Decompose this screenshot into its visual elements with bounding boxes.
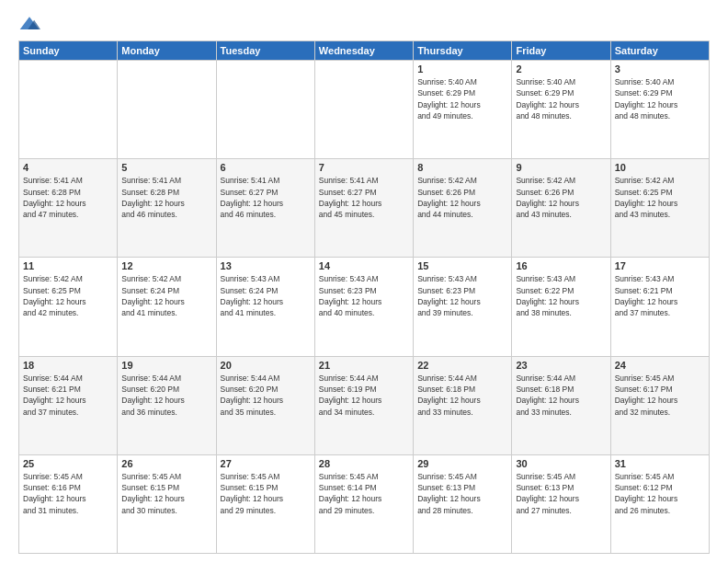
calendar-cell: 20Sunrise: 5:44 AM Sunset: 6:20 PM Dayli… (216, 356, 314, 454)
day-info: Sunrise: 5:45 AM Sunset: 6:12 PM Dayligh… (615, 471, 705, 516)
day-number: 9 (516, 162, 606, 173)
weekday-header-saturday: Saturday (610, 41, 709, 61)
calendar-cell (216, 61, 314, 159)
calendar-cell (118, 61, 216, 159)
day-info: Sunrise: 5:40 AM Sunset: 6:29 PM Dayligh… (516, 76, 606, 121)
day-number: 10 (615, 162, 705, 173)
day-info: Sunrise: 5:44 AM Sunset: 6:21 PM Dayligh… (23, 373, 113, 418)
calendar-cell: 9Sunrise: 5:42 AM Sunset: 6:26 PM Daylig… (512, 159, 610, 258)
calendar-cell: 25Sunrise: 5:45 AM Sunset: 6:16 PM Dayli… (19, 454, 118, 553)
day-info: Sunrise: 5:44 AM Sunset: 6:18 PM Dayligh… (516, 373, 606, 418)
day-number: 22 (417, 360, 507, 371)
day-number: 17 (615, 260, 705, 271)
day-info: Sunrise: 5:42 AM Sunset: 6:24 PM Dayligh… (121, 273, 211, 318)
logo-icon (18, 15, 40, 33)
calendar-cell: 8Sunrise: 5:42 AM Sunset: 6:26 PM Daylig… (414, 159, 512, 258)
calendar-cell: 17Sunrise: 5:43 AM Sunset: 6:21 PM Dayli… (610, 258, 709, 356)
day-info: Sunrise: 5:40 AM Sunset: 6:29 PM Dayligh… (417, 76, 507, 121)
day-info: Sunrise: 5:45 AM Sunset: 6:14 PM Dayligh… (319, 471, 409, 516)
day-info: Sunrise: 5:41 AM Sunset: 6:27 PM Dayligh… (319, 175, 409, 220)
day-number: 31 (615, 458, 705, 469)
day-number: 29 (417, 458, 507, 469)
day-info: Sunrise: 5:43 AM Sunset: 6:23 PM Dayligh… (319, 273, 409, 318)
page: SundayMondayTuesdayWednesdayThursdayFrid… (0, 0, 728, 563)
calendar-cell (314, 61, 413, 159)
calendar-cell: 6Sunrise: 5:41 AM Sunset: 6:27 PM Daylig… (216, 159, 314, 258)
weekday-header-friday: Friday (512, 41, 610, 61)
weekday-header-thursday: Thursday (414, 41, 512, 61)
calendar-cell: 16Sunrise: 5:43 AM Sunset: 6:22 PM Dayli… (512, 258, 610, 356)
calendar-cell: 13Sunrise: 5:43 AM Sunset: 6:24 PM Dayli… (216, 258, 314, 356)
calendar-cell: 12Sunrise: 5:42 AM Sunset: 6:24 PM Dayli… (118, 258, 216, 356)
day-number: 5 (121, 162, 211, 173)
calendar-cell: 18Sunrise: 5:44 AM Sunset: 6:21 PM Dayli… (19, 356, 118, 454)
week-row-1: 1Sunrise: 5:40 AM Sunset: 6:29 PM Daylig… (19, 61, 710, 159)
weekday-header-tuesday: Tuesday (216, 41, 314, 61)
day-number: 8 (417, 162, 507, 173)
calendar-cell: 3Sunrise: 5:40 AM Sunset: 6:29 PM Daylig… (610, 61, 709, 159)
weekday-header-wednesday: Wednesday (314, 41, 413, 61)
calendar-cell: 27Sunrise: 5:45 AM Sunset: 6:15 PM Dayli… (216, 454, 314, 553)
calendar-cell: 14Sunrise: 5:43 AM Sunset: 6:23 PM Dayli… (314, 258, 413, 356)
day-number: 19 (121, 360, 211, 371)
day-number: 13 (221, 260, 311, 271)
day-number: 26 (121, 458, 211, 469)
day-number: 20 (221, 360, 311, 371)
day-info: Sunrise: 5:45 AM Sunset: 6:13 PM Dayligh… (516, 471, 606, 516)
calendar-cell: 5Sunrise: 5:41 AM Sunset: 6:28 PM Daylig… (118, 159, 216, 258)
week-row-5: 25Sunrise: 5:45 AM Sunset: 6:16 PM Dayli… (19, 454, 710, 553)
day-number: 15 (417, 260, 507, 271)
calendar-cell: 30Sunrise: 5:45 AM Sunset: 6:13 PM Dayli… (512, 454, 610, 553)
calendar-cell: 4Sunrise: 5:41 AM Sunset: 6:28 PM Daylig… (19, 159, 118, 258)
day-number: 21 (319, 360, 409, 371)
day-info: Sunrise: 5:43 AM Sunset: 6:23 PM Dayligh… (417, 273, 507, 318)
day-number: 25 (23, 458, 113, 469)
day-info: Sunrise: 5:42 AM Sunset: 6:25 PM Dayligh… (23, 273, 113, 318)
day-info: Sunrise: 5:42 AM Sunset: 6:26 PM Dayligh… (417, 175, 507, 220)
day-info: Sunrise: 5:44 AM Sunset: 6:20 PM Dayligh… (121, 373, 211, 418)
calendar-cell: 22Sunrise: 5:44 AM Sunset: 6:18 PM Dayli… (414, 356, 512, 454)
weekday-header-sunday: Sunday (19, 41, 118, 61)
day-number: 24 (615, 360, 705, 371)
day-number: 1 (417, 63, 507, 75)
day-info: Sunrise: 5:44 AM Sunset: 6:18 PM Dayligh… (417, 373, 507, 418)
calendar-cell: 7Sunrise: 5:41 AM Sunset: 6:27 PM Daylig… (314, 159, 413, 258)
day-number: 12 (121, 260, 211, 271)
day-number: 16 (516, 260, 606, 271)
day-number: 3 (615, 63, 705, 75)
day-number: 23 (516, 360, 606, 371)
day-number: 18 (23, 360, 113, 371)
calendar-cell: 31Sunrise: 5:45 AM Sunset: 6:12 PM Dayli… (610, 454, 709, 553)
day-number: 28 (319, 458, 409, 469)
day-info: Sunrise: 5:43 AM Sunset: 6:22 PM Dayligh… (516, 273, 606, 318)
calendar-cell: 10Sunrise: 5:42 AM Sunset: 6:25 PM Dayli… (610, 159, 709, 258)
day-number: 30 (516, 458, 606, 469)
day-info: Sunrise: 5:42 AM Sunset: 6:25 PM Dayligh… (615, 175, 705, 220)
day-number: 11 (23, 260, 113, 271)
calendar-cell: 11Sunrise: 5:42 AM Sunset: 6:25 PM Dayli… (19, 258, 118, 356)
day-info: Sunrise: 5:41 AM Sunset: 6:28 PM Dayligh… (23, 175, 113, 220)
week-row-2: 4Sunrise: 5:41 AM Sunset: 6:28 PM Daylig… (19, 159, 710, 258)
calendar-cell: 23Sunrise: 5:44 AM Sunset: 6:18 PM Dayli… (512, 356, 610, 454)
calendar: SundayMondayTuesdayWednesdayThursdayFrid… (18, 40, 710, 554)
day-info: Sunrise: 5:44 AM Sunset: 6:20 PM Dayligh… (221, 373, 311, 418)
day-info: Sunrise: 5:42 AM Sunset: 6:26 PM Dayligh… (516, 175, 606, 220)
day-info: Sunrise: 5:45 AM Sunset: 6:15 PM Dayligh… (221, 471, 311, 516)
day-number: 6 (221, 162, 311, 173)
day-info: Sunrise: 5:45 AM Sunset: 6:13 PM Dayligh… (417, 471, 507, 516)
day-info: Sunrise: 5:45 AM Sunset: 6:17 PM Dayligh… (615, 373, 705, 418)
calendar-cell: 26Sunrise: 5:45 AM Sunset: 6:15 PM Dayli… (118, 454, 216, 553)
day-number: 2 (516, 63, 606, 75)
calendar-cell: 19Sunrise: 5:44 AM Sunset: 6:20 PM Dayli… (118, 356, 216, 454)
day-info: Sunrise: 5:41 AM Sunset: 6:27 PM Dayligh… (221, 175, 311, 220)
day-info: Sunrise: 5:45 AM Sunset: 6:15 PM Dayligh… (121, 471, 211, 516)
day-number: 14 (319, 260, 409, 271)
header (18, 15, 710, 33)
calendar-cell: 1Sunrise: 5:40 AM Sunset: 6:29 PM Daylig… (414, 61, 512, 159)
calendar-cell: 29Sunrise: 5:45 AM Sunset: 6:13 PM Dayli… (414, 454, 512, 553)
calendar-cell (19, 61, 118, 159)
calendar-cell: 21Sunrise: 5:44 AM Sunset: 6:19 PM Dayli… (314, 356, 413, 454)
calendar-cell: 2Sunrise: 5:40 AM Sunset: 6:29 PM Daylig… (512, 61, 610, 159)
weekday-header-monday: Monday (118, 41, 216, 61)
logo (18, 15, 44, 33)
